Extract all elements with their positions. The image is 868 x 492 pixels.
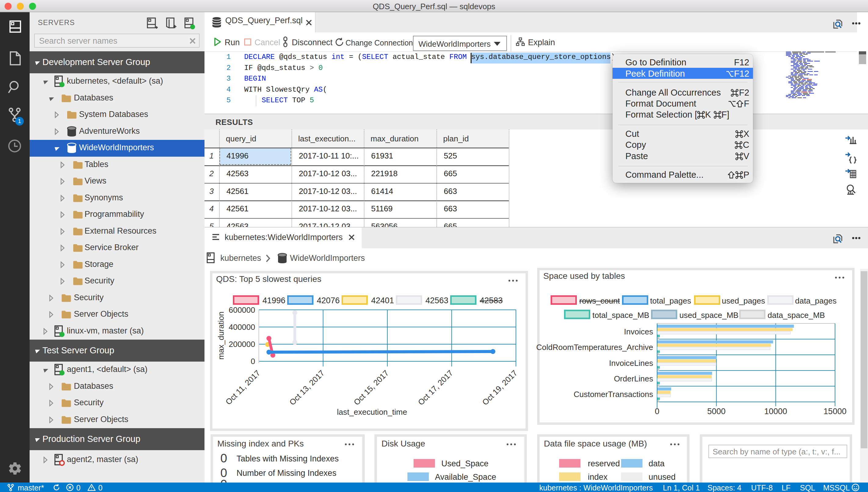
svg-text:15000: 15000 xyxy=(823,407,846,416)
svg-text:Oct 19, 2017: Oct 19, 2017 xyxy=(480,368,519,407)
svg-text:10000: 10000 xyxy=(764,407,787,416)
svg-text:Oct 13, 2017: Oct 13, 2017 xyxy=(288,368,326,407)
svg-text:CustomerTransactions: CustomerTransactions xyxy=(574,390,653,399)
svg-text:Oct 15, 2017: Oct 15, 2017 xyxy=(352,368,390,407)
svg-text:200000: 200000 xyxy=(229,340,255,349)
svg-text:Oct 17, 2017: Oct 17, 2017 xyxy=(416,368,455,407)
svg-text:Oct 11, 2017: Oct 11, 2017 xyxy=(224,368,262,407)
svg-text:ColdRoomTemperatures_Archive: ColdRoomTemperatures_Archive xyxy=(536,343,653,352)
svg-text:5000: 5000 xyxy=(707,407,726,416)
svg-text:0: 0 xyxy=(655,407,659,416)
svg-text:last_execution_time: last_execution_time xyxy=(337,408,407,417)
svg-text:InvoiceLines: InvoiceLines xyxy=(609,359,653,368)
svg-text:600000: 600000 xyxy=(229,305,255,315)
svg-text:400000: 400000 xyxy=(229,322,255,332)
svg-text:OrderLines: OrderLines xyxy=(614,374,653,383)
svg-text:0: 0 xyxy=(251,357,255,366)
svg-text:Invoices: Invoices xyxy=(624,327,653,336)
svg-text:max_duration: max_duration xyxy=(216,312,226,360)
